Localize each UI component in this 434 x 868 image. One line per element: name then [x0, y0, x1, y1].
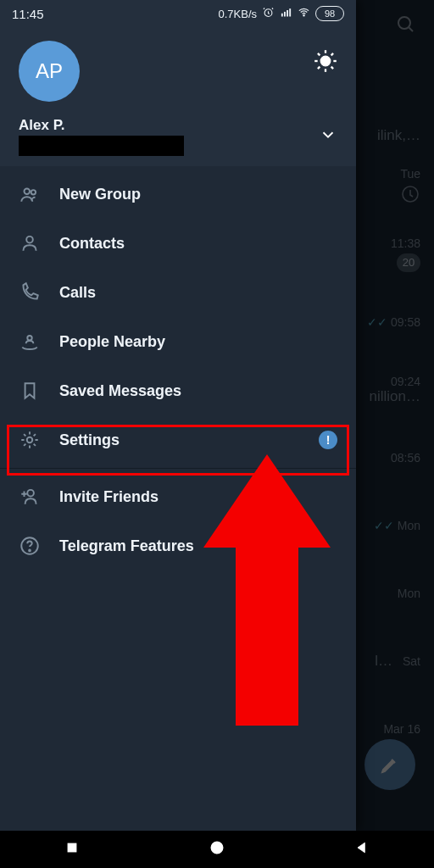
svg-point-8: [303, 15, 304, 16]
menu-label: Calls: [59, 284, 96, 302]
svg-line-16: [318, 67, 320, 69]
wifi-icon: [298, 6, 310, 21]
nav-back-button[interactable]: [353, 839, 370, 860]
menu-label: Contacts: [59, 235, 125, 253]
menu-item-invite-friends[interactable]: Invite Friends: [0, 472, 356, 521]
search-icon[interactable]: [395, 14, 415, 37]
location-person-icon: [19, 331, 53, 353]
svg-point-22: [27, 437, 33, 443]
svg-line-15: [331, 67, 333, 69]
chat-snippet: ilink,…: [377, 127, 420, 144]
svg-point-25: [29, 550, 31, 552]
bookmark-icon: [19, 380, 53, 402]
svg-line-14: [318, 53, 320, 55]
svg-rect-5: [284, 12, 286, 17]
contact-icon: [19, 232, 53, 254]
svg-rect-27: [68, 843, 76, 852]
chat-snippet: l…: [375, 653, 392, 669]
svg-line-1: [409, 28, 414, 32]
menu-label: Invite Friends: [59, 488, 159, 506]
svg-point-9: [320, 56, 331, 66]
chat-time: Sat: [403, 654, 420, 668]
android-nav-bar: [0, 831, 434, 868]
svg-point-23: [27, 490, 34, 497]
phone-icon: [19, 281, 53, 303]
drawer-header: AP Alex P.: [0, 27, 356, 166]
nav-home-button[interactable]: [209, 839, 225, 860]
status-bar: 11:45 0.7KB/s 98: [0, 0, 356, 27]
chat-time: Mon: [398, 587, 420, 600]
menu-label: Saved Messages: [59, 382, 181, 400]
svg-line-17: [331, 53, 333, 55]
menu-item-calls[interactable]: Calls: [0, 268, 356, 317]
pin-icon: [400, 184, 420, 207]
add-user-icon: [19, 486, 53, 508]
compose-button[interactable]: [364, 739, 415, 790]
status-time: 11:45: [12, 7, 44, 21]
drawer-menu: New Group Contacts Calls People Nearby S…: [0, 166, 356, 570]
read-ticks-icon: ✓✓: [367, 315, 387, 329]
nav-recent-button[interactable]: [64, 839, 81, 860]
menu-label: Settings: [59, 431, 120, 449]
alarm-icon: [262, 6, 275, 21]
menu-label: New Group: [59, 186, 141, 203]
chat-time: Mon: [398, 519, 420, 532]
group-icon: [19, 183, 53, 205]
help-icon: [19, 535, 53, 557]
expand-accounts-button[interactable]: [319, 125, 337, 147]
chat-time: Tue: [400, 167, 420, 181]
svg-point-19: [31, 190, 36, 194]
svg-rect-4: [281, 14, 283, 17]
menu-item-new-group[interactable]: New Group: [0, 170, 356, 219]
svg-rect-6: [287, 10, 288, 17]
gear-icon: [19, 429, 53, 451]
chat-time: 11:38: [391, 236, 420, 250]
chat-time: Mar 16: [383, 722, 420, 736]
unread-badge: 20: [397, 253, 420, 272]
settings-alert-badge: !: [319, 431, 337, 449]
menu-item-saved-messages[interactable]: Saved Messages: [0, 366, 356, 415]
avatar[interactable]: AP: [19, 41, 80, 102]
status-network-speed: 0.7KB/s: [218, 8, 257, 20]
chat-snippet: nillion…: [370, 388, 420, 405]
menu-item-people-nearby[interactable]: People Nearby: [0, 317, 356, 366]
menu-label: People Nearby: [59, 333, 165, 351]
signal-icon: [280, 6, 292, 21]
chat-time: 09:58: [391, 315, 420, 329]
menu-item-settings[interactable]: Settings !: [0, 415, 356, 465]
menu-separator: [0, 468, 356, 469]
menu-label: Telegram Features: [59, 537, 194, 555]
navigation-drawer: 11:45 0.7KB/s 98 AP Alex P.: [0, 0, 356, 831]
svg-point-0: [398, 17, 410, 29]
profile-name[interactable]: Alex P.: [19, 117, 184, 134]
chat-time: 08:56: [391, 451, 420, 465]
theme-toggle-button[interactable]: [314, 49, 337, 73]
menu-item-contacts[interactable]: Contacts: [0, 219, 356, 268]
menu-item-telegram-features[interactable]: Telegram Features: [0, 521, 356, 570]
svg-rect-7: [289, 8, 291, 16]
svg-point-21: [27, 336, 31, 340]
chat-time: 09:24: [370, 375, 420, 388]
svg-point-18: [25, 189, 31, 195]
svg-marker-30: [358, 843, 364, 853]
svg-point-29: [214, 845, 220, 851]
svg-point-20: [26, 236, 33, 243]
redacted-phone: [19, 136, 184, 156]
read-ticks-icon: ✓✓: [374, 519, 394, 532]
battery-indicator: 98: [315, 6, 344, 21]
